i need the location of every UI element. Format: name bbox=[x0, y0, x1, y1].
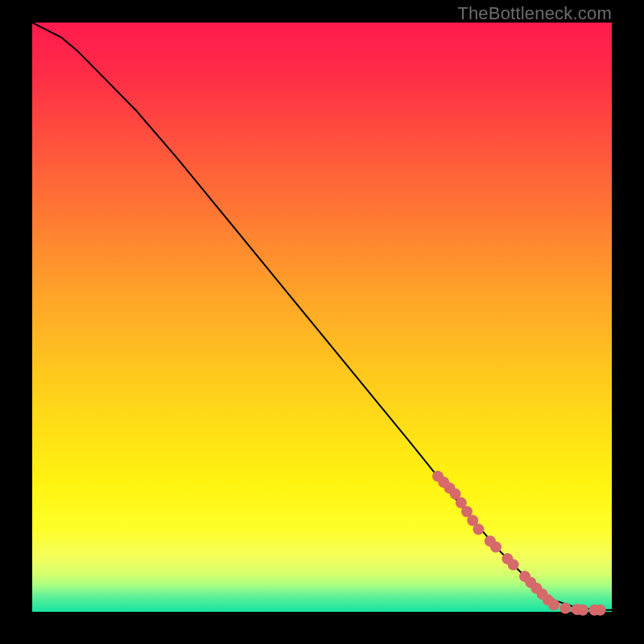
highlight-point bbox=[559, 603, 571, 614]
highlight-point bbox=[595, 605, 606, 616]
plot-area bbox=[32, 23, 612, 612]
highlight-points-group bbox=[432, 471, 606, 616]
watermark-text: TheBottleneck.com bbox=[457, 3, 612, 24]
highlight-point bbox=[473, 524, 484, 535]
chart-svg bbox=[32, 23, 612, 612]
chart-frame: TheBottleneck.com bbox=[0, 0, 644, 644]
highlight-point bbox=[548, 599, 559, 610]
highlight-point bbox=[490, 541, 502, 552]
bottleneck-curve bbox=[32, 23, 612, 610]
highlight-point bbox=[508, 559, 519, 570]
highlight-point bbox=[577, 605, 588, 616]
